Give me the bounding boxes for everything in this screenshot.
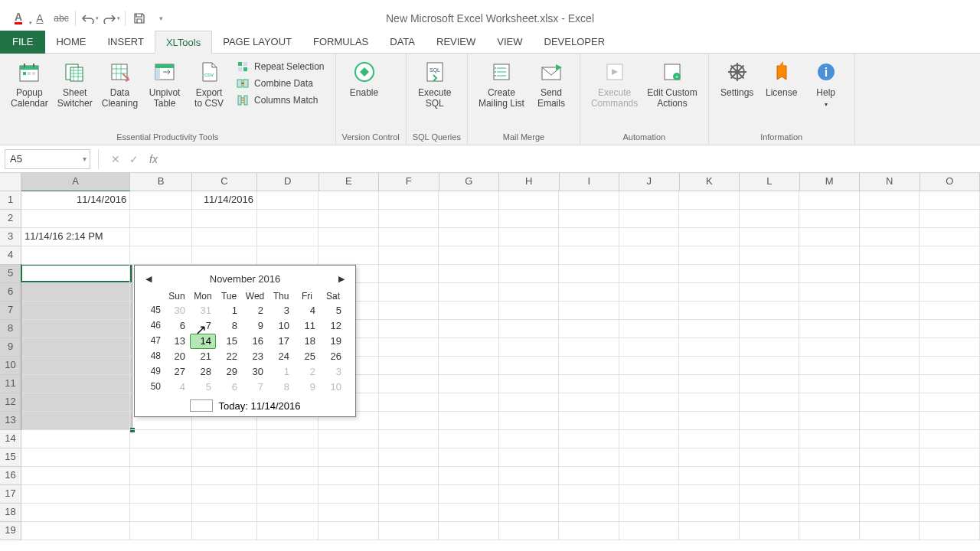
cell-M12[interactable] [799,393,860,412]
cell-J14[interactable] [619,430,680,448]
cell-F9[interactable] [379,338,439,357]
calendar-day[interactable]: 12 [320,318,346,334]
cell-L5[interactable] [740,265,800,283]
cell-E4[interactable] [318,246,379,265]
cell-N16[interactable] [860,467,920,485]
cell-I10[interactable] [559,357,619,375]
cell-N6[interactable] [860,283,920,302]
cell-O3[interactable] [920,228,980,246]
cell-N10[interactable] [860,357,920,375]
row-header-4[interactable]: 4 [0,246,21,265]
cell-E15[interactable] [318,448,379,467]
row-header-13[interactable]: 13 [0,412,21,430]
cell-J3[interactable] [619,228,680,246]
cell-M3[interactable] [799,228,860,246]
column-header-G[interactable]: G [439,173,500,191]
cell-H11[interactable] [499,375,560,393]
row-header-9[interactable]: 9 [0,338,21,357]
calendar-day[interactable]: 22 [216,349,242,364]
column-header-B[interactable]: B [130,173,191,191]
cell-F5[interactable] [379,265,439,283]
cell-O18[interactable] [920,504,980,522]
cell-L11[interactable] [740,375,800,393]
cell-H17[interactable] [499,485,560,504]
cell-K14[interactable] [679,430,740,448]
calendar-day[interactable]: 24 [268,349,294,364]
cell-C4[interactable] [192,246,257,265]
cell-A10[interactable] [21,357,130,375]
cell-M7[interactable] [799,302,860,320]
cell-J7[interactable] [619,302,680,320]
cell-A7[interactable] [21,302,130,320]
row-header-6[interactable]: 6 [0,283,21,302]
cell-E18[interactable] [318,504,379,522]
cell-M2[interactable] [799,210,860,228]
cell-H13[interactable] [499,412,560,430]
cell-K10[interactable] [679,357,740,375]
save-icon[interactable] [129,9,150,28]
cell-M16[interactable] [799,467,860,485]
cell-H15[interactable] [499,448,560,467]
calendar-prev-icon[interactable]: ◀ [142,274,155,284]
cell-B3[interactable] [130,228,191,246]
cell-G14[interactable] [439,430,499,448]
cell-J10[interactable] [619,357,680,375]
cell-F10[interactable] [379,357,439,375]
cell-C2[interactable] [192,210,257,228]
popup-calendar-button[interactable]: PopupCalendar [6,57,53,112]
cell-A2[interactable] [21,210,130,228]
cell-A11[interactable] [21,375,130,393]
cell-G9[interactable] [439,338,499,357]
calendar-today-box[interactable] [190,399,213,412]
cell-G3[interactable] [439,228,499,246]
cell-C14[interactable] [192,430,257,448]
tab-data[interactable]: DATA [379,31,426,53]
cell-L18[interactable] [740,504,800,522]
cell-B4[interactable] [130,246,191,265]
tab-developer[interactable]: DEVELOPER [534,31,616,53]
cell-I3[interactable] [559,228,619,246]
cell-D16[interactable] [257,467,318,485]
underline-icon[interactable]: A [29,9,51,28]
cell-A12[interactable] [21,393,130,412]
cell-A15[interactable] [21,448,130,467]
cell-N11[interactable] [860,375,920,393]
cell-G13[interactable] [439,412,499,430]
cell-A14[interactable] [21,430,130,448]
calendar-day[interactable]: 13 [164,334,190,349]
cell-G12[interactable] [439,393,499,412]
cell-H8[interactable] [499,320,560,338]
row-header-8[interactable]: 8 [0,320,21,338]
cell-C19[interactable] [192,522,257,540]
cell-B18[interactable] [130,504,191,522]
cell-B17[interactable] [130,485,191,504]
cell-N5[interactable] [860,265,920,283]
cell-H10[interactable] [499,357,560,375]
cell-I12[interactable] [559,393,619,412]
cell-O7[interactable] [920,302,980,320]
cell-O12[interactable] [920,393,980,412]
select-all-corner[interactable] [0,173,21,191]
cell-G4[interactable] [439,246,499,265]
cell-F8[interactable] [379,320,439,338]
cell-K4[interactable] [679,246,740,265]
cell-J4[interactable] [619,246,680,265]
cell-F19[interactable] [379,522,439,540]
name-box[interactable]: A5 [5,149,90,169]
cell-G10[interactable] [439,357,499,375]
cell-G8[interactable] [439,320,499,338]
cell-A4[interactable] [21,246,130,265]
row-header-10[interactable]: 10 [0,357,21,375]
calendar-day[interactable]: 2 [242,303,268,318]
cell-L9[interactable] [740,338,800,357]
cell-I1[interactable] [559,191,619,210]
calendar-day[interactable]: 7 [242,380,268,395]
cell-F13[interactable] [379,412,439,430]
column-header-D[interactable]: D [257,173,318,191]
cell-O16[interactable] [920,467,980,485]
row-header-14[interactable]: 14 [0,430,21,448]
cell-D19[interactable] [257,522,318,540]
cell-O8[interactable] [920,320,980,338]
cell-C18[interactable] [192,504,257,522]
calendar-day[interactable]: 11 [294,318,320,334]
